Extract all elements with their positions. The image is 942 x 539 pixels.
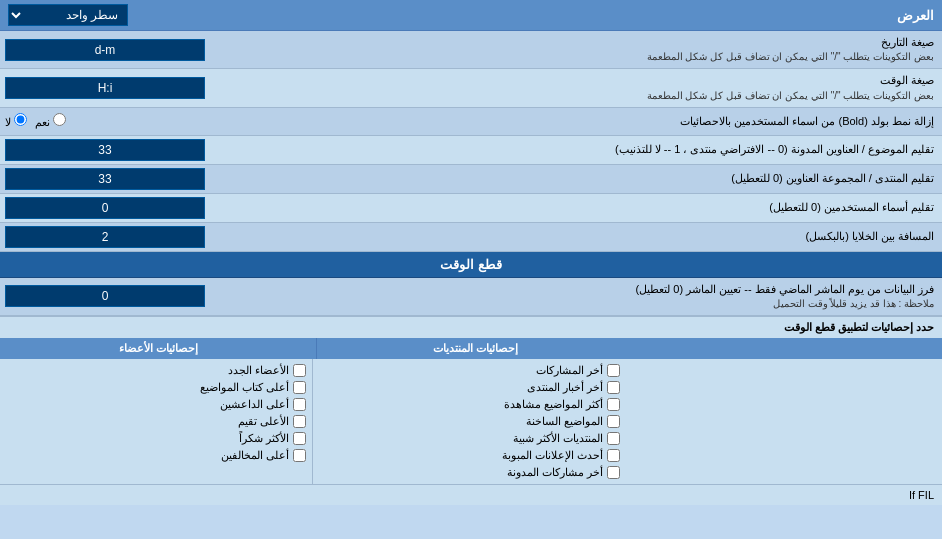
cb-col2-2-label: أعلى الداعشين — [220, 398, 289, 411]
cutoff-section-title: قطع الوقت — [440, 257, 502, 272]
time-format-sublabel: بعض التكوينات يتطلب "/" التي يمكن ان تضا… — [288, 89, 934, 103]
cb-col2-3-label: الأعلى تقيم — [238, 415, 289, 428]
page-title: العرض — [897, 8, 934, 23]
cell-spacing-label: المسافة بين الخلايا (بالبكسل) — [288, 229, 934, 244]
cutoff-input[interactable] — [5, 285, 205, 307]
cutoff-row-label: فرز البيانات من يوم الماشر الماضي فقط --… — [288, 282, 934, 297]
cb-col2-3[interactable] — [293, 415, 306, 428]
cb-col1-3[interactable] — [607, 415, 620, 428]
cb-col2-2[interactable] — [293, 398, 306, 411]
cb-col1-1-label: أخر أخبار المنتدى — [527, 381, 603, 394]
cutoff-row-sublabel: ملاحظة : هذا قد يزيد قليلاً وقت التحميل — [288, 297, 934, 311]
cell-spacing-input[interactable] — [5, 226, 205, 248]
cb-col1-4-label: المنتديات الأكثر شبية — [513, 432, 603, 445]
display-select[interactable]: سطر واحدسطرانثلاثة أسطر — [8, 4, 128, 26]
cb-col1-0[interactable] — [607, 364, 620, 377]
cb-col1-5[interactable] — [607, 449, 620, 462]
cb-col1-3-label: المواضيع الساخنة — [526, 415, 603, 428]
cb-col1-2[interactable] — [607, 398, 620, 411]
radio-no[interactable] — [14, 113, 27, 126]
cb-col2-5[interactable] — [293, 449, 306, 462]
cb-col2-0[interactable] — [293, 364, 306, 377]
date-format-label: صيغة التاريخ — [288, 35, 934, 50]
checkboxes-col1: أخر المشاركات أخر أخبار المنتدى أكثر الم… — [312, 359, 625, 484]
cb-col1-6-label: أخر مشاركات المدونة — [507, 466, 603, 479]
cb-col1-2-label: أكثر المواضيع مشاهدة — [504, 398, 603, 411]
cb-col1-5-label: أحدث الإعلانات المبوبة — [502, 449, 603, 462]
cb-col1-0-label: أخر المشاركات — [536, 364, 603, 377]
radio-no-label: لا — [5, 113, 27, 129]
bold-remove-label: إزالة نمط بولد (Bold) من اسماء المستخدمي… — [288, 114, 934, 129]
cb-col2-4[interactable] — [293, 432, 306, 445]
cb-col2-4-label: الأكثر شكراً — [239, 432, 289, 445]
trim-forum-input[interactable] — [5, 168, 205, 190]
time-format-input[interactable] — [5, 77, 205, 99]
time-format-label: صيغة الوقت — [288, 73, 934, 88]
cb-col1-1[interactable] — [607, 381, 620, 394]
date-format-sublabel: بعض التكوينات يتطلب "/" التي يمكن ان تضا… — [288, 50, 934, 64]
radio-yes-label: نعم — [35, 113, 66, 129]
cb-col1-6[interactable] — [607, 466, 620, 479]
radio-yes[interactable] — [53, 113, 66, 126]
cb-col2-1[interactable] — [293, 381, 306, 394]
cb-col1-4[interactable] — [607, 432, 620, 445]
trim-forum-label: تقليم المنتدى / المجموعة العناوين (0 للت… — [288, 171, 934, 186]
trim-subject-label: تقليم الموضوع / العناوين المدونة (0 -- ا… — [288, 142, 934, 157]
checkboxes-col2: الأعضاء الجدد أعلى كتاب المواضيع أعلى ال… — [0, 359, 312, 484]
cb-col2-0-label: الأعضاء الجدد — [228, 364, 289, 377]
trim-usernames-label: تقليم أسماء المستخدمين (0 للتعطيل) — [288, 200, 934, 215]
date-format-input[interactable] — [5, 39, 205, 61]
limit-stats-label: حدد إحصائيات لتطبيق قطع الوقت — [0, 317, 942, 338]
cb-col2-5-label: أعلى المخالفين — [221, 449, 289, 462]
col1-header: إحصائيات المنتديات — [316, 338, 633, 359]
bottom-note: If FIL — [0, 484, 942, 505]
col2-header: إحصائيات الأعضاء — [0, 338, 316, 359]
trim-usernames-input[interactable] — [5, 197, 205, 219]
trim-subject-input[interactable] — [5, 139, 205, 161]
cb-col2-1-label: أعلى كتاب المواضيع — [200, 381, 289, 394]
